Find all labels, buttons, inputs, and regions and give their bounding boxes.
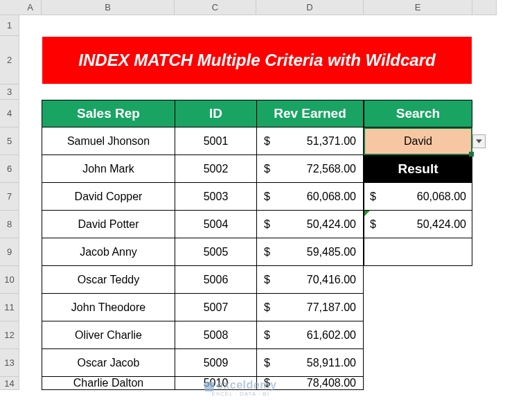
cell-id[interactable]: 5007: [175, 294, 256, 321]
cell-id[interactable]: 5003: [175, 183, 256, 211]
cell-id[interactable]: 5008: [175, 321, 256, 349]
result-cell[interactable]: $ 50,424.00: [364, 211, 472, 238]
cell-id[interactable]: 5009: [175, 349, 256, 377]
row-header-13[interactable]: 13: [0, 349, 19, 377]
cell-rev[interactable]: $ 78,408.00: [256, 377, 364, 390]
watermark-subtext: EXCEL · DATA · BI: [211, 391, 269, 397]
cell-id[interactable]: 5006: [175, 266, 256, 294]
cell-id[interactable]: 5001: [175, 127, 256, 155]
cell-rev[interactable]: $ 50,424.00: [256, 211, 364, 238]
row-header-4[interactable]: 4: [0, 100, 19, 127]
currency-symbol: $: [370, 191, 376, 203]
cell-rep[interactable]: Samuel Jhonson: [42, 127, 175, 155]
error-flag-icon[interactable]: [364, 211, 370, 216]
cell-rev[interactable]: $ 58,911.00: [256, 349, 364, 377]
currency-amount: 51,371.00: [307, 135, 357, 148]
worksheet: A A B C D E 1 2 3 4 5 6 7 8 9 10 11 12 1…: [0, 0, 532, 390]
cell-rev[interactable]: $ 51,371.00: [256, 127, 364, 155]
cell-rep[interactable]: Oscar Jacob: [42, 349, 175, 377]
cell-rep[interactable]: John Theodore: [42, 294, 175, 321]
currency-symbol: $: [263, 329, 270, 342]
currency-amount: 72,568.00: [307, 163, 357, 175]
col-header-C[interactable]: C: [175, 0, 256, 15]
col-header-spacer: [472, 0, 497, 15]
currency-amount: 78,408.00: [307, 377, 357, 389]
cell-rep[interactable]: Oscar Teddy: [42, 266, 175, 294]
cell-rev[interactable]: $ 72,568.00: [256, 155, 364, 183]
cell-rev[interactable]: $ 70,416.00: [256, 266, 364, 294]
currency-symbol: $: [263, 163, 270, 175]
cell-id[interactable]: 5010: [175, 377, 256, 390]
currency-amount: 77,187.00: [307, 301, 357, 314]
currency-symbol: $: [370, 218, 376, 231]
row-header-9[interactable]: 9: [0, 238, 19, 266]
currency-symbol: $: [263, 274, 270, 286]
currency-amount: 59,485.00: [307, 246, 357, 258]
currency-symbol: $: [263, 191, 270, 203]
result-cell[interactable]: $ 60,068.00: [364, 183, 472, 211]
th-search[interactable]: Search: [364, 100, 472, 127]
search-input-cell[interactable]: David: [364, 127, 472, 155]
currency-amount: 50,424.00: [417, 218, 466, 231]
row-header-3[interactable]: 3: [0, 85, 19, 100]
currency-amount: 70,416.00: [307, 274, 357, 286]
row-header-10[interactable]: 10: [0, 266, 19, 294]
row-header-14[interactable]: 14: [0, 377, 19, 390]
result-header[interactable]: Result: [364, 155, 472, 183]
cell-rev[interactable]: $ 59,485.00: [256, 238, 364, 266]
currency-symbol: $: [263, 377, 270, 389]
cell-id[interactable]: 5002: [175, 155, 256, 183]
chevron-down-icon: [476, 139, 482, 143]
cell-rev[interactable]: $ 61,602.00: [256, 321, 364, 349]
row-header-5[interactable]: 5: [0, 127, 19, 155]
cell-id[interactable]: 5004: [175, 211, 256, 238]
cell-id[interactable]: 5005: [175, 238, 256, 266]
row-header-11[interactable]: 11: [0, 294, 19, 321]
cell-rep[interactable]: David Copper: [42, 183, 175, 211]
row-header-8[interactable]: 8: [0, 211, 19, 238]
currency-amount: 58,911.00: [307, 357, 357, 369]
row-header-7[interactable]: 7: [0, 183, 19, 211]
cell-rep[interactable]: David Potter: [42, 211, 175, 238]
th-sales-rep[interactable]: Sales Rep: [42, 100, 175, 127]
currency-symbol: $: [263, 218, 270, 231]
currency-amount: 50,424.00: [307, 218, 357, 231]
search-value: David: [404, 135, 432, 148]
row-header-1[interactable]: 1: [0, 15, 19, 36]
currency-symbol: $: [263, 246, 270, 258]
currency-amount: 60,068.00: [307, 191, 357, 203]
data-validation-dropdown[interactable]: [472, 134, 486, 148]
th-id[interactable]: ID: [175, 100, 256, 127]
currency-symbol: $: [263, 357, 270, 369]
currency-symbol: $: [263, 301, 270, 314]
col-header-E[interactable]: E: [364, 0, 472, 15]
col-header-B[interactable]: B: [42, 0, 175, 15]
cell-rep[interactable]: John Mark: [42, 155, 175, 183]
page-title: INDEX MATCH Multiple Criteria with Wildc…: [42, 36, 472, 85]
col-header-D[interactable]: D: [256, 0, 364, 15]
cell-rep[interactable]: Oliver Charlie: [42, 321, 175, 349]
currency-amount: 61,602.00: [307, 329, 357, 342]
currency-symbol: $: [263, 135, 270, 148]
row-header-6[interactable]: 6: [0, 155, 19, 183]
row-header-12[interactable]: 12: [0, 321, 19, 349]
row-header-2[interactable]: 2: [0, 36, 19, 85]
cell-rep[interactable]: Charlie Dalton: [42, 377, 175, 390]
th-rev-earned[interactable]: Rev Earned: [256, 100, 364, 127]
cell-rev[interactable]: $ 77,187.00: [256, 294, 364, 321]
cell-rev[interactable]: $ 60,068.00: [256, 183, 364, 211]
fill-handle[interactable]: [469, 152, 474, 157]
currency-amount: 60,068.00: [417, 191, 466, 203]
result-cell-empty[interactable]: [364, 238, 472, 266]
cell-rep[interactable]: Jacob Anny: [42, 238, 175, 266]
col-header-A[interactable]: A: [19, 0, 42, 15]
